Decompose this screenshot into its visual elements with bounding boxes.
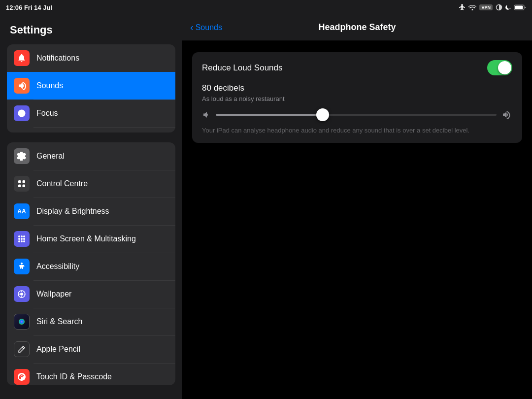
sidebar-item-applepencil[interactable]: Apple Pencil xyxy=(7,335,175,363)
sidebar-title: Settings xyxy=(0,19,182,44)
sidebar-item-sounds[interactable]: Sounds xyxy=(7,72,175,100)
headphone-safety-card: Reduce Loud Sounds 80 decibels As loud a… xyxy=(192,52,522,143)
touchid-label: Touch ID & Passcode xyxy=(36,372,112,381)
decibel-value: 80 decibels xyxy=(202,83,512,93)
sounds-label: Sounds xyxy=(36,81,63,90)
sidebar-item-siri[interactable]: Siri & Search xyxy=(7,308,175,335)
content-area: ‹ Sounds Headphone Safety Reduce Loud So… xyxy=(182,15,532,399)
svg-point-19 xyxy=(20,293,23,296)
sidebar-item-focus[interactable]: Focus xyxy=(7,100,175,127)
svg-point-11 xyxy=(18,238,20,240)
sidebar: Settings Notifications Sounds xyxy=(0,15,182,399)
volume-low-icon xyxy=(202,110,211,119)
siri-label: Siri & Search xyxy=(36,317,82,326)
slider-thumb[interactable] xyxy=(316,108,329,121)
airplane-icon xyxy=(459,4,466,11)
card-footnote: Your iPad can analyse headphone audio an… xyxy=(202,126,512,135)
svg-point-10 xyxy=(23,235,25,237)
vpn-icon: VPN xyxy=(479,4,493,10)
moon-icon xyxy=(505,4,511,11)
svg-rect-6 xyxy=(18,185,21,188)
display-icon: AA xyxy=(14,203,30,219)
sidebar-item-screentime[interactable]: Screen Time xyxy=(7,127,175,133)
notifications-label: Notifications xyxy=(36,54,79,63)
back-chevron-icon: ‹ xyxy=(190,22,194,33)
applepencil-label: Apple Pencil xyxy=(36,345,80,354)
battery-icon xyxy=(514,4,526,10)
content-title: Headphone Safety xyxy=(318,22,396,33)
svg-point-16 xyxy=(23,240,25,242)
back-button[interactable]: ‹ Sounds xyxy=(190,22,222,33)
homescreen-icon xyxy=(14,231,30,247)
svg-point-24 xyxy=(19,319,25,325)
sidebar-item-notifications[interactable]: Notifications xyxy=(7,44,175,72)
sidebar-group-2: General Control Centre AA Display & Brig… xyxy=(7,142,175,385)
toggle-knob xyxy=(498,61,511,74)
sounds-icon xyxy=(14,78,30,94)
svg-point-9 xyxy=(21,235,23,237)
touchid-icon xyxy=(14,369,30,385)
slider-fill xyxy=(216,114,323,116)
general-label: General xyxy=(36,152,65,161)
sidebar-item-homescreen[interactable]: Home Screen & Multitasking xyxy=(7,225,175,253)
sidebar-item-touchid[interactable]: Touch ID & Passcode xyxy=(7,363,175,385)
sidebar-item-wallpaper[interactable]: Wallpaper xyxy=(7,280,175,308)
svg-rect-5 xyxy=(23,180,26,183)
main-container: Settings Notifications Sounds xyxy=(0,15,532,399)
volume-slider-track[interactable] xyxy=(216,114,497,116)
back-label: Sounds xyxy=(196,23,222,32)
volume-high-icon xyxy=(501,110,512,119)
sidebar-item-accessibility[interactable]: Accessibility xyxy=(7,253,175,280)
reduce-loud-sounds-label: Reduce Loud Sounds xyxy=(202,63,283,73)
svg-rect-2 xyxy=(515,6,523,9)
focus-label: Focus xyxy=(36,109,58,118)
decibel-desc: As loud as a noisy restaurant xyxy=(202,95,512,102)
content-body: Reduce Loud Sounds 80 decibels As loud a… xyxy=(182,40,532,399)
wallpaper-label: Wallpaper xyxy=(36,290,71,299)
applepencil-icon xyxy=(14,341,30,357)
svg-rect-7 xyxy=(23,185,26,188)
status-bar: 12:06 Fri 14 Jul VPN xyxy=(0,0,532,15)
sidebar-group-1: Notifications Sounds Focus xyxy=(7,44,175,133)
reduce-loud-sounds-toggle[interactable] xyxy=(487,60,512,75)
volume-slider-row xyxy=(202,110,512,119)
status-icons: VPN xyxy=(459,4,526,11)
general-icon xyxy=(14,148,30,164)
svg-point-17 xyxy=(21,263,23,265)
display-label: Display & Brightness xyxy=(36,207,109,216)
svg-rect-4 xyxy=(18,180,21,183)
svg-point-12 xyxy=(21,238,23,240)
svg-point-13 xyxy=(23,238,25,240)
controlcentre-label: Control Centre xyxy=(36,179,88,188)
focus-icon xyxy=(14,105,30,121)
controlcentre-icon xyxy=(14,176,30,192)
wallpaper-icon xyxy=(14,286,30,302)
accessibility-icon xyxy=(14,259,30,274)
svg-point-14 xyxy=(18,240,20,242)
notifications-icon xyxy=(14,50,30,66)
svg-point-15 xyxy=(21,240,23,242)
svg-point-8 xyxy=(18,235,20,237)
nightshift-icon xyxy=(496,4,502,11)
wifi-icon xyxy=(468,4,476,10)
status-time: 12:06 Fri 14 Jul xyxy=(6,4,52,11)
siri-icon xyxy=(14,314,30,330)
sidebar-item-controlcentre[interactable]: Control Centre xyxy=(7,170,175,198)
sidebar-item-general[interactable]: General xyxy=(7,142,175,170)
content-header: ‹ Sounds Headphone Safety xyxy=(182,15,532,40)
sidebar-item-display[interactable]: AA Display & Brightness xyxy=(7,198,175,225)
accessibility-label: Accessibility xyxy=(36,262,79,271)
homescreen-label: Home Screen & Multitasking xyxy=(36,234,136,243)
card-toggle-row: Reduce Loud Sounds xyxy=(202,60,512,75)
